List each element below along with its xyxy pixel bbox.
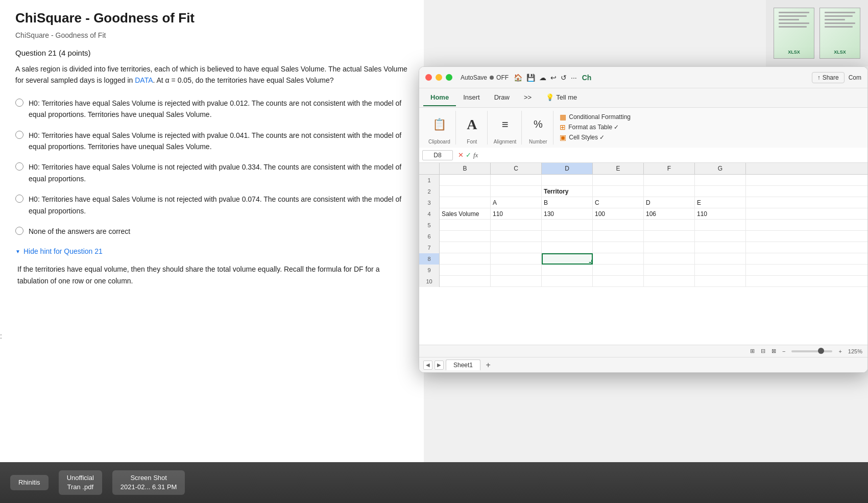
cell-f6[interactable] — [644, 231, 695, 242]
cell-e10[interactable] — [593, 276, 644, 287]
cell-e2[interactable] — [593, 186, 644, 197]
cell-e1[interactable] — [593, 175, 644, 186]
comments-button[interactable]: Com — [849, 74, 861, 81]
radio-option-2[interactable] — [15, 131, 23, 139]
cell-e4[interactable]: 100 — [593, 208, 644, 220]
cell-f5[interactable] — [644, 220, 695, 231]
view-normal-icon[interactable]: ⊞ — [750, 348, 755, 354]
cell-g7[interactable] — [695, 242, 746, 253]
cell-b9[interactable] — [440, 265, 491, 276]
cell-b8[interactable] — [440, 253, 491, 265]
radio-option-5[interactable] — [15, 227, 23, 235]
cell-d1[interactable] — [542, 175, 593, 186]
maximize-button[interactable] — [446, 74, 452, 81]
cell-b3[interactable] — [440, 197, 491, 208]
cell-d2[interactable]: Territory — [542, 186, 593, 197]
cell-f2[interactable] — [644, 186, 695, 197]
radio-option-1[interactable] — [15, 99, 23, 107]
col-header-g[interactable]: G — [695, 163, 746, 174]
cell-d3[interactable]: B — [542, 197, 593, 208]
cloud-icon[interactable]: ☁ — [539, 74, 546, 82]
data-link[interactable]: DATA — [135, 76, 153, 84]
cell-g9[interactable] — [695, 265, 746, 276]
cell-c1[interactable] — [491, 175, 542, 186]
col-header-f[interactable]: F — [644, 163, 695, 174]
home-icon[interactable]: 🏠 — [514, 74, 522, 82]
cell-d5[interactable] — [542, 220, 593, 231]
sheet-nav-prev[interactable]: ◀ — [423, 361, 432, 370]
cell-b1[interactable] — [440, 175, 491, 186]
cell-d7[interactable] — [542, 242, 593, 253]
cell-d8[interactable]: ✛ — [542, 253, 593, 265]
col-header-b[interactable]: B — [440, 163, 491, 174]
cell-c9[interactable] — [491, 265, 542, 276]
cell-c7[interactable] — [491, 242, 542, 253]
cell-c6[interactable] — [491, 231, 542, 242]
cell-c8[interactable] — [491, 253, 542, 265]
taskbar-item-rhinitis[interactable]: Rhinitis — [10, 475, 49, 490]
tab-home[interactable]: Home — [423, 89, 456, 106]
fx-label[interactable]: fx — [473, 151, 478, 159]
cell-g5[interactable] — [695, 220, 746, 231]
cell-f8[interactable] — [644, 253, 695, 265]
taskbar-item-screenshot[interactable]: Screen Shot2021-02... 6.31 PM — [112, 470, 185, 495]
cell-f10[interactable] — [644, 276, 695, 287]
radio-option-3[interactable] — [15, 162, 23, 171]
undo-icon[interactable]: ↩ — [550, 74, 557, 82]
cancel-formula-icon[interactable]: ✕ — [458, 151, 464, 159]
cell-g4[interactable]: 110 — [695, 208, 746, 220]
cell-c3[interactable]: A — [491, 197, 542, 208]
cell-c4[interactable]: 110 — [491, 208, 542, 220]
cell-g1[interactable] — [695, 175, 746, 186]
radio-option-4[interactable] — [15, 195, 23, 203]
clipboard-icon[interactable]: 📋 — [432, 118, 446, 131]
tab-more[interactable]: >> — [517, 89, 539, 106]
col-header-d[interactable]: D — [542, 163, 593, 174]
minimize-button[interactable] — [436, 74, 442, 81]
zoom-slider[interactable] — [791, 350, 832, 352]
tell-me-input[interactable]: 💡 Tell me — [539, 89, 584, 106]
share-button[interactable]: ↑ Share — [812, 72, 845, 83]
cell-g2[interactable] — [695, 186, 746, 197]
cell-g8[interactable] — [695, 253, 746, 265]
cell-e8[interactable] — [593, 253, 644, 265]
cell-b7[interactable] — [440, 242, 491, 253]
cell-d6[interactable] — [542, 231, 593, 242]
cell-f1[interactable] — [644, 175, 695, 186]
cell-e6[interactable] — [593, 231, 644, 242]
percent-icon[interactable]: % — [534, 118, 543, 130]
conditional-formatting-item[interactable]: ▦ Conditional Formatting — [560, 113, 641, 121]
cell-c10[interactable] — [491, 276, 542, 287]
cell-b5[interactable] — [440, 220, 491, 231]
redo-icon[interactable]: ↺ — [561, 74, 567, 82]
col-header-e[interactable]: E — [593, 163, 644, 174]
cell-d9[interactable] — [542, 265, 593, 276]
cell-g6[interactable] — [695, 231, 746, 242]
cell-g3[interactable]: E — [695, 197, 746, 208]
format-as-table-item[interactable]: ⊞ Format as Table ✓ — [560, 123, 641, 131]
cell-b6[interactable] — [440, 231, 491, 242]
view-preview-icon[interactable]: ⊠ — [771, 348, 776, 354]
align-icon[interactable]: ≡ — [502, 118, 509, 131]
cell-e7[interactable] — [593, 242, 644, 253]
cell-d10[interactable] — [542, 276, 593, 287]
cell-b4[interactable]: Sales Volume — [440, 208, 491, 220]
taskbar-item-pdf[interactable]: UnofficialTran .pdf — [59, 470, 102, 495]
sheet-tab-1[interactable]: Sheet1 — [446, 360, 480, 370]
name-box[interactable]: D8 — [422, 150, 453, 160]
tab-insert[interactable]: Insert — [456, 89, 487, 106]
more-icon[interactable]: ··· — [571, 74, 577, 82]
cell-e9[interactable] — [593, 265, 644, 276]
add-sheet-button[interactable]: + — [483, 360, 494, 371]
save-icon[interactable]: 💾 — [526, 74, 535, 82]
view-page-icon[interactable]: ⊟ — [761, 348, 765, 354]
zoom-minus-icon[interactable]: − — [782, 348, 785, 354]
confirm-formula-icon[interactable]: ✓ — [466, 151, 471, 159]
cell-f9[interactable] — [644, 265, 695, 276]
cell-styles-item[interactable]: ▣ Cell Styles ✓ — [560, 133, 641, 141]
cell-f4[interactable]: 106 — [644, 208, 695, 220]
cell-c5[interactable] — [491, 220, 542, 231]
cell-b10[interactable] — [440, 276, 491, 287]
col-header-c[interactable]: C — [491, 163, 542, 174]
cell-d4[interactable]: 130 — [542, 208, 593, 220]
